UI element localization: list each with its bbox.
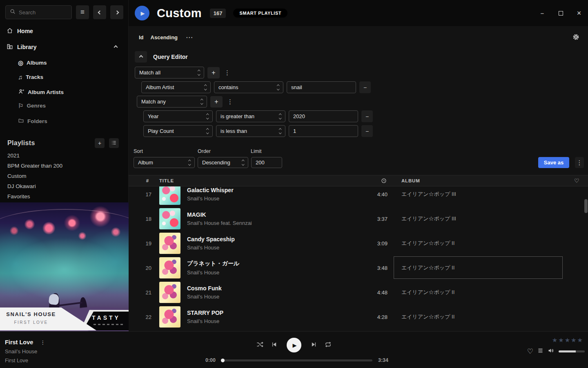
save-options-button[interactable]: ⋮: [575, 157, 584, 168]
table-row[interactable]: 17 Galactic Whisper Snail’s House 4:40 エ…: [129, 186, 588, 206]
queue-button[interactable]: [537, 348, 543, 355]
maximize-button[interactable]: [557, 10, 564, 16]
column-header-favorite[interactable]: ♡: [573, 177, 588, 184]
search-box[interactable]: [5, 5, 72, 19]
track-artist[interactable]: Snail’s House: [187, 318, 369, 324]
rule-value-input[interactable]: [289, 110, 358, 122]
rule-field-select[interactable]: Album Artist: [141, 81, 211, 93]
more-options-button[interactable]: ⋯: [186, 33, 193, 42]
track-album[interactable]: エイリアン☆ポップ III: [401, 215, 573, 222]
order-select[interactable]: Descending: [198, 157, 248, 168]
star-icon[interactable]: ★: [577, 337, 583, 344]
table-row[interactable]: 19 Candy Spaceship Snail’s House 3:09 エイ…: [129, 231, 588, 256]
match-type-select[interactable]: Match all: [135, 67, 204, 79]
rule-operator-select[interactable]: contains: [214, 81, 283, 93]
rule-operator-select[interactable]: is greater than: [216, 110, 285, 122]
star-icon[interactable]: ★: [552, 337, 557, 344]
playlist-item[interactable]: DJ Okawari: [7, 183, 36, 189]
play-playlist-button[interactable]: ▶: [135, 6, 149, 20]
column-header-duration[interactable]: [369, 178, 401, 184]
queue-icon: [537, 348, 543, 354]
track-artist[interactable]: Snail’s House feat. Sennzai: [187, 220, 369, 226]
column-header-title[interactable]: TITLE: [159, 178, 369, 183]
rule-field-select[interactable]: Year: [143, 110, 213, 122]
playlist-item[interactable]: 2021: [7, 153, 20, 159]
now-playing-album[interactable]: First Love: [5, 357, 47, 364]
group-options-button[interactable]: ⋮: [226, 98, 234, 105]
playlist-item[interactable]: Favorites: [7, 193, 30, 200]
previous-button[interactable]: [271, 341, 278, 350]
sort-by-button[interactable]: Id: [139, 34, 144, 40]
sidebar-item-genres[interactable]: ⚐ Genres: [18, 103, 46, 109]
table-row[interactable]: 18 MAGIK Snail’s House feat. Sennzai 3:3…: [129, 206, 588, 231]
repeat-button[interactable]: [324, 341, 332, 350]
track-album[interactable]: エイリアン☆ポップ II: [401, 313, 573, 321]
track-artist[interactable]: Snail’s House: [187, 294, 369, 300]
table-row[interactable]: 21 Cosmo Funk Snail’s House 4:48 エイリアン☆ポ…: [129, 280, 588, 305]
nav-forward-button[interactable]: [110, 5, 123, 19]
playlist-item[interactable]: Custom: [7, 173, 27, 179]
track-artist[interactable]: Snail’s House: [187, 195, 369, 202]
query-rule-1: Album Artist contains −: [141, 81, 371, 93]
star-icon[interactable]: ★: [565, 337, 570, 344]
shuffle-button[interactable]: [256, 341, 264, 350]
rating-stars[interactable]: ★ ★ ★ ★ ★: [552, 337, 583, 344]
sidebar-item-folders[interactable]: Folders: [18, 117, 47, 125]
playlist-list-button[interactable]: [109, 138, 119, 148]
volume-button[interactable]: [548, 347, 555, 356]
track-album[interactable]: エイリアン☆ポップ III: [401, 191, 573, 198]
track-artist[interactable]: Snail’s House: [187, 269, 369, 276]
column-header-index[interactable]: #: [137, 178, 151, 183]
collapse-library-icon[interactable]: [114, 45, 118, 49]
rule-value-input[interactable]: [289, 125, 358, 137]
limit-input[interactable]: [251, 157, 282, 168]
nav-back-button[interactable]: [93, 5, 106, 19]
table-row[interactable]: 22 STARRY POP Snail’s House 4:28 エイリアン☆ポ…: [129, 305, 588, 329]
search-input[interactable]: [19, 9, 64, 16]
sidebar-item-home[interactable]: Home: [7, 25, 122, 37]
track-options-button[interactable]: ⋮: [39, 339, 47, 346]
remove-rule-button[interactable]: −: [361, 125, 373, 137]
remove-rule-button[interactable]: −: [359, 81, 371, 93]
next-button[interactable]: [310, 341, 317, 350]
column-header-album[interactable]: ALBUM: [401, 178, 573, 183]
now-playing-artist[interactable]: Snail’s House: [5, 348, 47, 355]
group-options-button[interactable]: ⋮: [223, 69, 232, 76]
playlists-header: Playlists +: [7, 138, 122, 148]
rule-operator-select[interactable]: is less than: [216, 125, 285, 137]
now-playing-track[interactable]: First Love: [5, 339, 33, 346]
sidebar-item-album-artists[interactable]: Album Artists: [18, 88, 64, 96]
add-rule-button[interactable]: +: [210, 96, 223, 108]
star-icon[interactable]: ★: [558, 337, 564, 344]
sort-select[interactable]: Album: [134, 157, 195, 168]
track-artist[interactable]: Snail’s House: [187, 245, 369, 251]
play-pause-button[interactable]: ▶: [287, 338, 301, 352]
star-icon[interactable]: ★: [571, 337, 576, 344]
seek-knob[interactable]: [221, 359, 225, 362]
match-type-select[interactable]: Match any: [137, 96, 207, 108]
rule-value-input[interactable]: [287, 81, 356, 93]
sort-direction-button[interactable]: Ascending: [151, 34, 178, 40]
save-as-button[interactable]: Save as: [538, 157, 569, 168]
sidebar-item-tracks[interactable]: ♫ Tracks: [18, 74, 43, 80]
vertical-scrollbar-thumb[interactable]: [584, 199, 588, 213]
settings-button[interactable]: [572, 34, 579, 42]
favorite-button[interactable]: ♡: [527, 348, 533, 355]
table-row-focused[interactable]: 20 プラネット・ガール Snail’s House 3:48 エイリアン☆ポッ…: [129, 256, 588, 280]
add-rule-button[interactable]: +: [207, 67, 220, 79]
close-button[interactable]: ×: [576, 10, 582, 16]
playlist-item[interactable]: BPM Greater than 200: [7, 163, 62, 169]
sidebar-item-label: Library: [17, 44, 36, 50]
menu-button[interactable]: ≡: [76, 5, 89, 19]
track-album[interactable]: エイリアン☆ポップ II: [401, 289, 573, 296]
collapse-query-editor-button[interactable]: [135, 51, 147, 63]
rule-field-select[interactable]: Play Count: [143, 125, 213, 137]
minimize-button[interactable]: −: [539, 10, 546, 16]
remove-rule-button[interactable]: −: [361, 110, 373, 122]
track-album[interactable]: エイリアン☆ポップ II: [401, 240, 573, 247]
seek-bar[interactable]: [221, 359, 372, 361]
sidebar-item-library[interactable]: Library: [7, 41, 122, 53]
sidebar-item-albums[interactable]: ◎ Albums: [18, 60, 47, 66]
add-playlist-button[interactable]: +: [95, 138, 105, 148]
volume-slider[interactable]: [559, 350, 585, 352]
